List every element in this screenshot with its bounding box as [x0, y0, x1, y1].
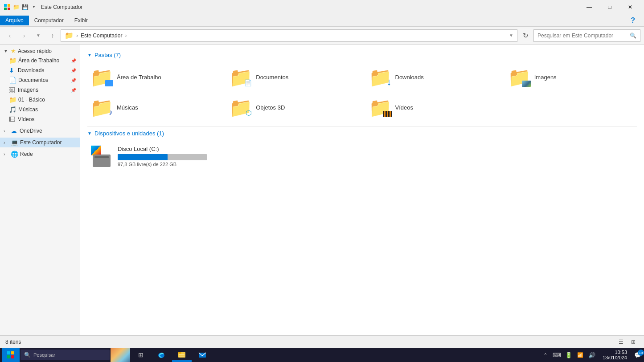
folder-item-objects3d[interactable]: 📁 ⬡ Objetos 3D	[226, 94, 358, 121]
address-folder-icon: 📁	[65, 31, 74, 40]
folders-section-header[interactable]: ▼ Pastas (7)	[87, 52, 637, 58]
downloads-folder-label: Downloads	[395, 74, 424, 81]
notification-badge: 19	[638, 350, 644, 356]
sidebar-item-music[interactable]: 🎵 Músicas	[0, 105, 80, 114]
taskbar-edge-app[interactable]	[152, 348, 171, 362]
documents-folder-label: Documentos	[256, 74, 288, 81]
menu-arquivo[interactable]: Arquivo	[0, 16, 29, 25]
sidebar-pc-label: Este Computador	[20, 139, 76, 146]
taskbar-search-bar[interactable]: 🔍 Pesquisar	[21, 350, 110, 360]
network-wifi-icon[interactable]: 📶	[576, 350, 585, 359]
svg-rect-4	[7, 351, 10, 354]
desktop-folder-overlay	[105, 80, 113, 86]
folder-item-images[interactable]: 📁 Imagens	[505, 64, 637, 90]
sidebar-item-images[interactable]: 🖼 Imagens 📌	[0, 85, 80, 95]
sidebar-music-label: Músicas	[18, 106, 76, 113]
back-button: ‹	[4, 29, 16, 42]
sidebar-item-network[interactable]: › 🌐 Rede	[0, 149, 80, 159]
svg-rect-12	[179, 356, 185, 357]
refresh-button[interactable]: ↻	[519, 29, 532, 42]
search-input[interactable]	[537, 33, 628, 39]
folder-item-videos[interactable]: 📁 Vídeos	[366, 94, 498, 121]
videos-folder-icon-wrap: 📁	[369, 97, 391, 118]
search-bar[interactable]: 🔍	[533, 29, 640, 42]
taskbar-search-icon: 🔍	[24, 352, 31, 358]
active-indicator	[172, 360, 192, 361]
sidebar-item-downloads[interactable]: ⬇ Downloads 📌	[0, 65, 80, 75]
downloads-folder-composite: 📁 ↓	[369, 66, 392, 88]
taskbar-wallpaper-thumb[interactable]	[111, 348, 130, 362]
title-icon-1	[4, 4, 11, 11]
title-bar: 📁 💾 ▼ Este Computador — □ ✕	[0, 0, 644, 14]
recent-locations-button[interactable]: ▼	[32, 29, 45, 42]
music-folder-composite: 📁 ♪	[90, 97, 113, 118]
devices-section-header[interactable]: ▼ Dispositivos e unidades (1)	[87, 130, 637, 137]
close-button[interactable]: ✕	[620, 0, 640, 14]
folder-item-desktop[interactable]: 📁 Área de Trabalho	[87, 64, 219, 90]
pin-icon-documents: 📌	[71, 78, 76, 83]
view-tiles-button[interactable]: ⊞	[628, 337, 639, 347]
sidebar-item-basic[interactable]: 📁 01 - Básico	[0, 95, 80, 105]
keyboard-icon[interactable]: ⌨	[553, 350, 562, 359]
quick-access-star-icon: ★	[11, 48, 16, 54]
sidebar-downloads-label: Downloads	[18, 67, 69, 73]
content-area: ▼ Pastas (7) 📁 Área de Trabalho 📁	[80, 45, 644, 335]
images-folder-composite: 📁	[508, 66, 531, 88]
windows-logo-small	[91, 146, 101, 155]
start-button[interactable]	[2, 348, 20, 362]
folder-item-music[interactable]: 📁 ♪ Músicas	[87, 94, 219, 121]
menu-exibir[interactable]: Exibir	[69, 16, 93, 25]
documents-folder-icon-wrap: 📁 📄	[230, 66, 251, 88]
sidebar-quick-access-label: Acesso rápido	[18, 48, 76, 54]
sidebar: ▼ ★ Acesso rápido 📁 Área de Trabalho 📌 ⬇…	[0, 45, 80, 335]
folder-item-documents[interactable]: 📁 📄 Documentos	[226, 64, 358, 90]
battery-icon[interactable]: 🔋	[564, 350, 573, 359]
svg-rect-0	[4, 4, 7, 7]
view-details-button[interactable]: ☰	[615, 337, 626, 347]
onedrive-icon: ☁	[11, 127, 18, 134]
objects3d-folder-icon-wrap: 📁 ⬡	[230, 97, 251, 118]
downloads-folder-icon-wrap: 📁 ↓	[369, 66, 391, 88]
quick-access-chevron: ▼	[4, 49, 9, 53]
up-button[interactable]: ↑	[46, 29, 59, 42]
taskbar-mail-app[interactable]	[193, 348, 212, 362]
forward-button: ›	[18, 29, 30, 42]
address-dropdown-btn[interactable]: ▼	[509, 33, 513, 38]
network-chevron: ›	[4, 152, 9, 157]
sys-tray-chevron[interactable]: ^	[541, 350, 550, 359]
sidebar-quick-access[interactable]: ▼ ★ Acesso rápido	[0, 46, 80, 56]
sidebar-item-pc[interactable]: › 💻 Este Computador	[0, 138, 80, 147]
status-bar: 8 itens ☰ ⊞	[0, 335, 644, 348]
disk-c-name: Disco Local (C:)	[118, 146, 209, 152]
downloads-arrow-icon: ↓	[387, 76, 392, 88]
folder-item-downloads[interactable]: 📁 ↓ Downloads	[366, 64, 498, 90]
objects3d-cube-icon: ⬡	[246, 109, 252, 117]
disk-c-icon	[91, 146, 112, 167]
folders-grid: 📁 Área de Trabalho 📁 📄 Documentos	[87, 64, 637, 121]
menu-computador[interactable]: Computador	[29, 16, 69, 25]
svg-rect-3	[8, 8, 10, 10]
address-bar[interactable]: 📁 › Este Computador › ▼	[61, 29, 517, 42]
sidebar-item-desktop[interactable]: 📁 Área de Trabalho 📌	[0, 56, 80, 65]
svg-rect-7	[11, 355, 14, 358]
sidebar-item-documents[interactable]: 📄 Documentos 📌	[0, 75, 80, 85]
taskbar-notifications[interactable]: 💬 19	[633, 350, 642, 359]
maximize-button[interactable]: □	[599, 0, 620, 14]
videos-folder-icon: 🎞	[9, 116, 16, 123]
sidebar-basic-label: 01 - Básico	[18, 97, 76, 103]
taskbar-clock[interactable]: 10:53 13/01/2024	[599, 350, 631, 360]
disk-item-c[interactable]: Disco Local (C:) 97,8 GB livre(s) de 222…	[87, 142, 212, 171]
menu-help[interactable]: ?	[625, 15, 640, 26]
sidebar-documents-label: Documentos	[18, 77, 69, 83]
disk-c-progress-bar	[118, 154, 207, 160]
sidebar-item-videos[interactable]: 🎞 Vídeos	[0, 114, 80, 124]
minimize-button[interactable]: —	[579, 0, 599, 14]
taskbar-explorer-app[interactable]	[172, 348, 192, 362]
sidebar-item-onedrive[interactable]: › ☁ OneDrive	[0, 126, 80, 136]
pin-icon-images: 📌	[71, 88, 76, 93]
item-count: 8 itens	[5, 339, 21, 345]
title-bar-icons: 📁 💾 ▼	[4, 4, 37, 11]
volume-icon[interactable]: 🔊	[587, 350, 596, 359]
taskbar-task-view[interactable]: ⊞	[131, 348, 151, 362]
quick-access-dropdown[interactable]: ▼	[30, 4, 37, 11]
